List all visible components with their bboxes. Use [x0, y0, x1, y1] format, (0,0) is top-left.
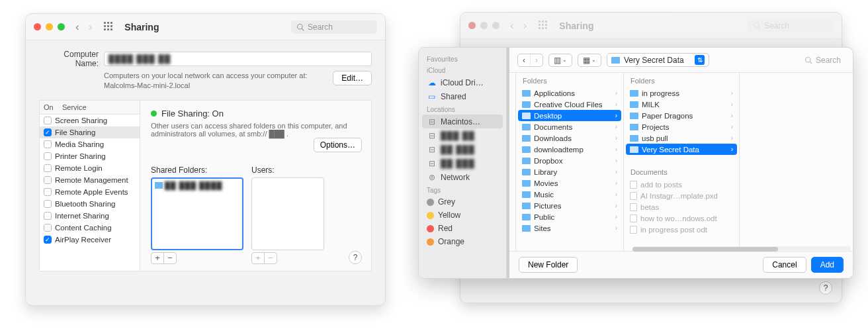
- remove-folder-button[interactable]: −: [163, 252, 177, 264]
- column-item: add to posts: [626, 179, 737, 190]
- sidebar-item-icloud-drive[interactable]: ☁iCloud Dri…: [419, 75, 506, 89]
- checkbox[interactable]: ✓: [44, 236, 52, 244]
- checkbox[interactable]: [44, 176, 52, 184]
- computer-name-label: Computer Name:: [39, 50, 99, 68]
- column-item[interactable]: Desktop›: [518, 110, 621, 121]
- column-item[interactable]: Documents›: [518, 121, 621, 132]
- service-row[interactable]: Remote Management: [40, 174, 140, 186]
- column-item[interactable]: downloadtemp›: [518, 144, 621, 155]
- sidebar-item-macintosh-hd[interactable]: ⊟Macintos…: [422, 115, 503, 128]
- service-row[interactable]: Media Sharing: [40, 138, 140, 150]
- sidebar-item-drive[interactable]: ⊟██ ███: [419, 156, 506, 170]
- disk-icon: ⊟: [427, 117, 437, 126]
- sidebar-item-drive[interactable]: ⊟███ ██: [419, 128, 506, 142]
- add-user-button[interactable]: +: [251, 252, 265, 264]
- checkbox[interactable]: [44, 164, 52, 172]
- help-button[interactable]: ?: [819, 281, 832, 295]
- column-item[interactable]: in progress›: [626, 87, 737, 99]
- remove-user-button[interactable]: −: [264, 252, 277, 264]
- sidebar-item-drive[interactable]: ⊟██ ███: [419, 142, 506, 156]
- sidebar-tag-item[interactable]: Red: [419, 222, 506, 235]
- column-item: AI Instagr…mplate.pxd: [626, 190, 737, 201]
- service-row[interactable]: ✓AirPlay Receiver: [40, 234, 140, 246]
- service-row[interactable]: Printer Sharing: [40, 150, 140, 162]
- column-item: in progress post odt: [626, 224, 737, 235]
- service-row[interactable]: ✓File Sharing: [40, 126, 140, 138]
- sidebar-item-network[interactable]: ⊚Network: [419, 170, 506, 184]
- sidebar-tag-item[interactable]: Orange: [419, 235, 506, 248]
- shared-folders-list[interactable]: ██ ███ ████: [151, 177, 243, 250]
- add-button[interactable]: Add: [811, 257, 844, 273]
- back-button[interactable]: ‹: [75, 21, 79, 34]
- forward-button[interactable]: ›: [89, 21, 93, 34]
- scrollbar-thumb[interactable]: [632, 247, 778, 252]
- add-folder-button[interactable]: +: [151, 252, 164, 264]
- search-field[interactable]: Search: [801, 54, 845, 66]
- column-item[interactable]: Movies›: [518, 177, 621, 189]
- checkbox[interactable]: [44, 212, 52, 220]
- chevron-right-icon: ›: [615, 213, 617, 220]
- column-item[interactable]: Creative Cloud Files›: [518, 99, 621, 110]
- column-item[interactable]: Applications›: [518, 87, 621, 99]
- column-item[interactable]: usb pull›: [626, 132, 737, 144]
- sidebar-tag-item[interactable]: Yellow: [419, 209, 506, 222]
- checkbox[interactable]: [44, 117, 52, 124]
- column-item[interactable]: Projects›: [626, 121, 737, 132]
- search-field[interactable]: Search: [291, 21, 377, 34]
- columns-view: Folders Applications›Creative Cloud File…: [509, 73, 853, 251]
- service-row[interactable]: Content Caching: [40, 222, 140, 234]
- service-row[interactable]: Internet Sharing: [40, 210, 140, 222]
- svg-point-2: [754, 23, 760, 28]
- sidebar-item-shared[interactable]: ▭Shared: [419, 89, 506, 103]
- column-item[interactable]: MILK›: [626, 99, 737, 110]
- close-button[interactable]: [34, 23, 41, 30]
- new-folder-button[interactable]: New Folder: [519, 257, 578, 273]
- minimize-button[interactable]: [46, 23, 53, 30]
- column-item[interactable]: Paper Dragons›: [626, 110, 737, 121]
- shared-folder-item[interactable]: ██ ███ ████: [155, 181, 239, 189]
- column-item[interactable]: Dropbox›: [518, 155, 621, 166]
- column-item[interactable]: Music›: [518, 189, 621, 200]
- options-button[interactable]: Options…: [314, 138, 362, 152]
- view-mode-button[interactable]: ▥⌄: [548, 54, 572, 67]
- shared-folder-icon: ▭: [427, 91, 437, 101]
- column-item[interactable]: Very Secret Data›: [626, 144, 737, 155]
- tag-dot-icon: [427, 212, 434, 219]
- chevron-right-icon: ›: [731, 89, 733, 97]
- back-button[interactable]: ‹: [518, 54, 530, 66]
- checkbox[interactable]: [44, 152, 52, 160]
- checkbox[interactable]: [44, 140, 52, 148]
- cancel-button[interactable]: Cancel: [763, 257, 806, 273]
- horizontal-scrollbar[interactable]: [632, 246, 851, 252]
- forward-button[interactable]: ›: [530, 54, 542, 66]
- checkbox[interactable]: ✓: [44, 128, 52, 136]
- close-button[interactable]: [468, 22, 476, 29]
- checkbox[interactable]: [44, 224, 52, 232]
- checkbox[interactable]: [44, 200, 52, 208]
- service-row[interactable]: Screen Sharing: [40, 115, 140, 126]
- path-popup[interactable]: Very Secret Data ⇅: [607, 53, 709, 67]
- checkbox[interactable]: [44, 188, 52, 196]
- show-all-button[interactable]: [104, 22, 114, 32]
- column-item[interactable]: Sites›: [518, 222, 621, 234]
- search-icon: [804, 56, 812, 64]
- group-button[interactable]: ▦⌄: [578, 54, 601, 67]
- column-item[interactable]: Library›: [518, 166, 621, 177]
- users-list[interactable]: [251, 177, 324, 250]
- help-button[interactable]: ?: [349, 251, 362, 264]
- chevron-right-icon: ›: [615, 179, 617, 187]
- service-row[interactable]: Remote Login: [40, 162, 140, 174]
- col-on: On: [40, 101, 58, 114]
- computer-name-field[interactable]: ████ ███ ██: [104, 52, 372, 66]
- service-row[interactable]: Remote Apple Events: [40, 186, 140, 198]
- column-item[interactable]: Pictures›: [518, 200, 621, 211]
- service-row[interactable]: Bluetooth Sharing: [40, 198, 140, 210]
- back-button: ‹: [510, 19, 514, 32]
- zoom-button[interactable]: [58, 23, 65, 30]
- edit-button[interactable]: Edit…: [333, 71, 372, 85]
- chevron-right-icon: ›: [731, 112, 733, 119]
- column-item[interactable]: Public›: [518, 211, 621, 222]
- column-item[interactable]: Downloads›: [518, 132, 621, 144]
- chevron-right-icon: ›: [615, 123, 617, 130]
- sidebar-tag-item[interactable]: Grey: [419, 195, 506, 209]
